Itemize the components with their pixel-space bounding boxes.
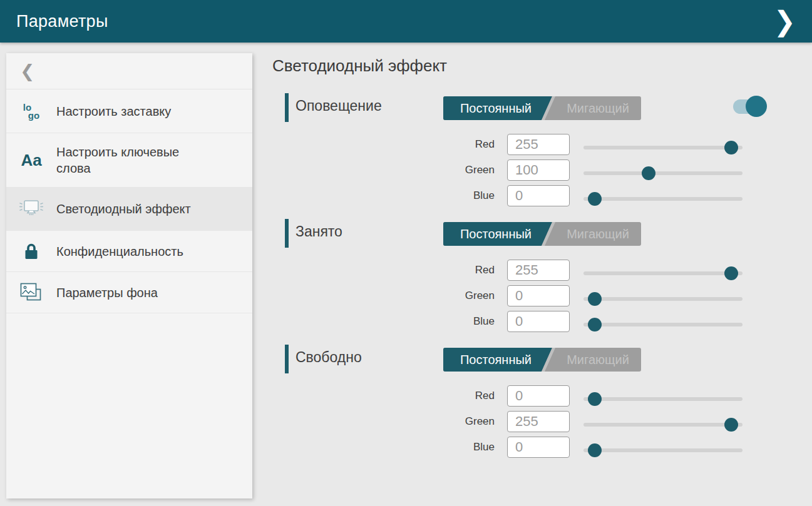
sidebar-item-splash-screen[interactable]: logo Настроить заставку — [6, 89, 252, 133]
blue-label: Blue — [272, 190, 495, 202]
green-label: Green — [272, 164, 495, 176]
section-busy: Занято Постоянный Мигающий Red Green — [272, 218, 812, 332]
green-value-input[interactable] — [507, 285, 570, 306]
mode-option-solid[interactable]: Постоянный — [443, 222, 548, 246]
green-label: Green — [272, 415, 495, 428]
green-slider-row: Green — [272, 285, 812, 306]
sidebar-item-led-effect[interactable]: Светодиодный эффект — [6, 188, 252, 231]
blue-value-input[interactable] — [507, 311, 570, 332]
slider-track[interactable] — [583, 146, 743, 149]
sidebar-item-keywords[interactable]: Aa Настроить ключевые слова — [6, 133, 252, 188]
red-slider[interactable] — [583, 134, 743, 155]
green-slider-row: Green — [272, 159, 812, 181]
slider-thumb[interactable] — [588, 392, 602, 406]
red-slider-row: Red — [272, 385, 812, 407]
slider-track[interactable] — [583, 297, 743, 301]
sidebar-item-background[interactable]: Параметры фона — [6, 272, 252, 313]
led-effect-panel: Светодиодный эффект Оповещение Постоянны… — [272, 56, 812, 470]
blue-label: Blue — [272, 315, 495, 328]
blue-slider-row: Blue — [272, 311, 812, 332]
slider-track[interactable] — [583, 271, 743, 275]
slider-track[interactable] — [583, 423, 743, 427]
section-name: Свободно — [296, 349, 362, 366]
mode-option-solid[interactable]: Постоянный — [443, 96, 548, 120]
blue-slider[interactable] — [583, 311, 743, 332]
slider-thumb[interactable] — [588, 318, 602, 331]
panel-title: Светодиодный эффект — [272, 56, 812, 76]
red-slider[interactable] — [583, 260, 743, 281]
slider-track[interactable] — [583, 197, 743, 201]
section-accent-bar — [285, 93, 289, 122]
sidebar-item-privacy[interactable]: Конфиденциальность — [6, 231, 252, 272]
lock-icon — [6, 242, 56, 261]
red-label: Red — [272, 138, 495, 151]
green-slider[interactable] — [583, 285, 743, 306]
blue-value-input[interactable] — [507, 185, 570, 206]
mode-option-blinking[interactable]: Мигающий — [555, 222, 641, 246]
section-free: Свободно Постоянный Мигающий Red Green — [272, 344, 812, 458]
mode-option-blinking[interactable]: Мигающий — [555, 96, 641, 120]
font-icon: Aa — [6, 152, 56, 168]
mode-option-solid[interactable]: Постоянный — [443, 348, 548, 372]
mode-option-blinking[interactable]: Мигающий — [555, 348, 641, 372]
section-notification: Оповещение Постоянный Мигающий Red — [272, 93, 812, 206]
green-slider[interactable] — [583, 411, 743, 432]
sidebar-item-label: Параметры фона — [56, 285, 167, 301]
led-screen-icon — [6, 197, 56, 221]
red-slider-row: Red — [272, 260, 812, 281]
slider-track[interactable] — [583, 323, 743, 326]
toggle-knob — [746, 96, 767, 117]
slider-thumb[interactable] — [724, 141, 738, 154]
red-label: Red — [272, 264, 495, 276]
mode-segmented-control: Постоянный Мигающий — [443, 96, 641, 120]
forward-chevron-icon[interactable]: ❯ — [769, 5, 801, 38]
red-value-input[interactable] — [507, 260, 570, 281]
notification-led-toggle[interactable] — [733, 99, 768, 115]
slider-thumb[interactable] — [724, 266, 738, 280]
blue-slider-row: Blue — [272, 437, 812, 458]
red-value-input[interactable] — [507, 134, 570, 155]
green-label: Green — [272, 290, 495, 302]
green-value-input[interactable] — [507, 159, 570, 181]
slider-track[interactable] — [583, 171, 743, 175]
sidebar-item-label: Конфиденциальность — [56, 243, 192, 260]
slider-thumb[interactable] — [588, 192, 602, 206]
slider-track[interactable] — [583, 448, 743, 452]
slider-thumb[interactable] — [588, 292, 602, 306]
blue-value-input[interactable] — [507, 437, 570, 458]
slider-thumb[interactable] — [642, 166, 655, 180]
mode-segmented-control: Постоянный Мигающий — [443, 222, 641, 246]
images-icon — [6, 281, 56, 304]
slider-thumb[interactable] — [724, 418, 738, 432]
logo-icon: logo — [6, 103, 56, 119]
slider-thumb[interactable] — [588, 443, 602, 457]
back-chevron-icon: ❮ — [20, 63, 34, 80]
sidebar-item-label: Светодиодный эффект — [56, 201, 200, 217]
red-label: Red — [272, 390, 495, 402]
app-header: Параметры ❯ — [0, 0, 812, 43]
settings-sidebar: ❮ logo Настроить заставку Aa Настроить к… — [6, 53, 252, 498]
page-title: Параметры — [16, 12, 108, 31]
section-accent-bar — [285, 219, 289, 248]
red-value-input[interactable] — [507, 385, 570, 407]
blue-slider[interactable] — [583, 185, 743, 206]
mode-segmented-control: Постоянный Мигающий — [443, 348, 641, 372]
green-slider[interactable] — [583, 159, 743, 181]
section-name: Занято — [296, 223, 342, 240]
section-accent-bar — [285, 345, 289, 373]
green-value-input[interactable] — [507, 411, 570, 432]
section-name: Оповещение — [296, 98, 382, 114]
green-slider-row: Green — [272, 411, 812, 432]
blue-label: Blue — [272, 441, 495, 453]
sidebar-collapse-button[interactable]: ❮ — [6, 53, 252, 89]
sidebar-item-label: Настроить ключевые слова — [56, 144, 223, 176]
red-slider-row: Red — [272, 134, 812, 155]
red-slider[interactable] — [583, 385, 743, 407]
sidebar-item-label: Настроить заставку — [56, 103, 180, 119]
blue-slider[interactable] — [583, 437, 743, 458]
blue-slider-row: Blue — [272, 185, 812, 206]
slider-track[interactable] — [583, 397, 743, 401]
